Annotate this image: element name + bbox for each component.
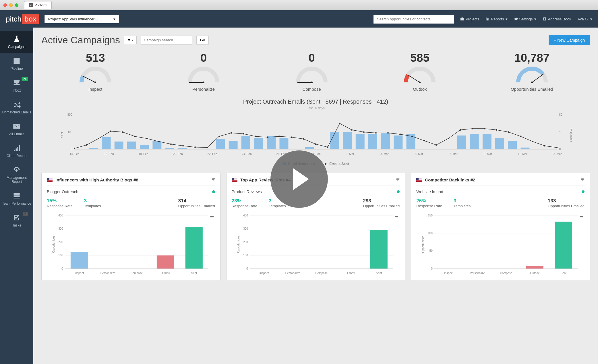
svg-rect-124: [71, 252, 88, 269]
window-maximize-button[interactable]: [15, 3, 18, 7]
status-dot: [397, 190, 400, 193]
svg-text:200: 200: [58, 241, 63, 244]
svg-text:150: 150: [428, 214, 433, 217]
sidebar-item-unmatched[interactable]: Unmatched Emails: [0, 96, 33, 118]
opportunities-label: Opportunities Emailed: [178, 204, 215, 208]
svg-text:13. Mar: 13. Mar: [552, 152, 562, 156]
envelope-icon: [13, 122, 21, 130]
check-icon: [13, 214, 21, 222]
card-title[interactable]: Competitor Backlinks #2: [425, 177, 578, 182]
nav-reports[interactable]: Reports ▾: [485, 17, 508, 21]
gear-icon[interactable]: [396, 177, 400, 182]
filter-button[interactable]: ▼ ▾: [124, 36, 137, 44]
svg-text:14. Feb: 14. Feb: [70, 152, 80, 156]
play-icon: [293, 168, 309, 190]
svg-point-100: [423, 140, 425, 142]
flag-icon: [47, 178, 53, 182]
nav-address-book[interactable]: Address Book: [543, 17, 571, 21]
project-selector[interactable]: Project: AppStars Influencer O… ▾: [44, 15, 119, 23]
svg-point-91: [315, 144, 316, 145]
svg-rect-19: [89, 148, 98, 150]
sidebar-item-management-report[interactable]: Management Report: [0, 162, 33, 188]
new-campaign-button[interactable]: + New Campaign: [549, 35, 590, 45]
chart-menu-icon[interactable]: ☰: [579, 214, 583, 219]
svg-rect-126: [185, 227, 203, 269]
sidebar-item-pipeline[interactable]: Pipeline: [0, 53, 33, 75]
svg-text:Responses: Responses: [569, 128, 572, 142]
svg-rect-31: [241, 136, 250, 149]
svg-rect-42: [381, 133, 390, 149]
svg-text:80: 80: [559, 113, 563, 116]
chart-icon: [485, 17, 489, 21]
search-input[interactable]: [373, 15, 454, 24]
nav-user[interactable]: Ava G. ▾: [577, 17, 592, 21]
svg-text:Inspect: Inspect: [75, 272, 84, 275]
sidebar-item-team-performance[interactable]: Team Performance: [0, 188, 33, 210]
svg-point-83: [218, 136, 220, 137]
gear-icon[interactable]: [580, 177, 585, 182]
sidebar-item-all-emails[interactable]: All Emails: [0, 118, 33, 140]
chevron-down-icon: ▾: [590, 17, 592, 21]
svg-text:100: 100: [243, 254, 248, 257]
campaign-search-input[interactable]: [141, 36, 192, 44]
svg-point-95: [363, 131, 365, 133]
svg-rect-29: [216, 139, 225, 149]
svg-text:0: 0: [431, 267, 433, 270]
server-icon: [13, 192, 21, 200]
svg-point-80: [182, 145, 184, 147]
nav-projects[interactable]: Projects: [460, 17, 479, 21]
svg-text:Sent: Sent: [191, 272, 197, 275]
svg-text:Compose: Compose: [315, 272, 328, 275]
templates-label: Templates: [454, 204, 471, 208]
card-title[interactable]: Influencers with High Authority Blogs #8: [55, 177, 208, 182]
svg-point-5: [311, 82, 313, 83]
chart-menu-icon[interactable]: ☰: [394, 214, 398, 219]
flag-icon: [232, 178, 237, 182]
page-title: Active Campaigns: [41, 34, 120, 46]
gear-icon[interactable]: [211, 177, 215, 182]
svg-point-106: [496, 129, 497, 131]
svg-text:Opportunities: Opportunities: [52, 236, 55, 253]
chart-menu-icon[interactable]: ☰: [210, 214, 214, 219]
go-button[interactable]: Go: [196, 36, 209, 44]
gauge-value: 585: [402, 51, 437, 64]
window-close-button[interactable]: [3, 3, 7, 7]
nav-settings[interactable]: Settings ▾: [514, 17, 536, 21]
svg-point-105: [484, 128, 485, 129]
svg-rect-36: [305, 147, 314, 150]
svg-text:7. Mar: 7. Mar: [449, 152, 458, 156]
sidebar-item-tasks[interactable]: 0 Tasks: [0, 210, 33, 231]
templates-value: 3: [454, 198, 471, 204]
svg-rect-38: [330, 132, 339, 149]
svg-rect-39: [343, 132, 352, 149]
templates-value: 3: [84, 198, 101, 204]
svg-point-76: [134, 136, 136, 137]
gauges-row: 513 Inspect 0 Personalize 0: [41, 51, 590, 92]
sidebar-item-campaigns[interactable]: Campaigns: [0, 31, 33, 53]
svg-text:24. Feb: 24. Feb: [242, 152, 252, 156]
svg-line-6: [408, 75, 420, 82]
browser-chrome: P Pitchbox: [0, 0, 598, 10]
sidebar-item-client-report[interactable]: Client Report: [0, 140, 33, 162]
svg-text:18. Feb: 18. Feb: [139, 152, 148, 156]
svg-text:Compose: Compose: [130, 272, 143, 275]
gauge-compose: 0 Compose: [295, 51, 329, 92]
tab-favicon-icon: P: [29, 3, 33, 7]
svg-text:Opportunities: Opportunities: [237, 236, 240, 253]
browser-tab[interactable]: P Pitchbox: [24, 1, 52, 9]
svg-rect-144: [370, 230, 388, 269]
svg-point-104: [472, 128, 473, 129]
svg-point-86: [255, 136, 256, 137]
svg-rect-41: [368, 134, 377, 149]
sidebar-item-inbox[interactable]: 24 Inbox: [0, 75, 33, 96]
logo[interactable]: pitchbox: [6, 14, 39, 24]
svg-rect-44: [407, 134, 415, 150]
svg-point-90: [303, 138, 304, 140]
svg-point-79: [170, 144, 172, 145]
window-minimize-button[interactable]: [9, 3, 13, 7]
svg-point-3: [203, 82, 204, 83]
svg-rect-51: [495, 138, 504, 149]
play-button[interactable]: [270, 150, 328, 208]
svg-point-99: [411, 136, 413, 137]
briefcase-icon: [460, 17, 464, 21]
